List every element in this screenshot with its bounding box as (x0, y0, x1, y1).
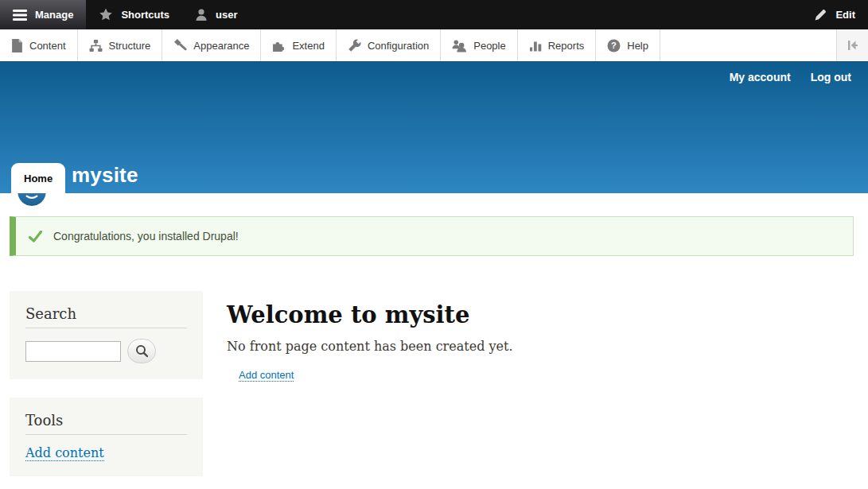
block-title-divider (25, 434, 187, 435)
search-block-title: Search (25, 305, 187, 322)
search-input[interactable] (25, 341, 121, 362)
tray-item-label: Structure (109, 40, 151, 52)
logout-link[interactable]: Log out (811, 71, 851, 83)
tray-item-label: Content (29, 40, 66, 52)
appearance-icon (173, 39, 187, 52)
search-submit-button[interactable] (127, 339, 156, 363)
toolbar-item-user[interactable]: user (182, 0, 250, 29)
toolbar-item-label: Shortcuts (121, 9, 169, 21)
toolbar-item-label: user (216, 9, 237, 21)
sidebar-first: Search Tools Ad (10, 291, 203, 489)
tray-item-content[interactable]: Content (0, 29, 78, 61)
toolbar-item-edit[interactable]: Edit (801, 0, 868, 29)
tray-item-label: Reports (548, 40, 585, 52)
tray-item-label: Extend (292, 40, 324, 52)
tools-block: Tools Add content (10, 398, 203, 476)
tray-orientation-toggle[interactable] (836, 29, 868, 61)
checkmark-icon (29, 231, 42, 243)
status-message: Congratulations, you installed Drupal! (10, 216, 854, 256)
tray-item-appearance[interactable]: Appearance (162, 29, 261, 61)
search-form (25, 339, 187, 363)
admin-toolbar: Manage Shortcuts user Edit (0, 0, 868, 29)
page-title: Welcome to mysite (227, 301, 513, 328)
extend-icon (272, 39, 286, 52)
tray-item-help[interactable]: ? Help (596, 29, 660, 61)
layout-columns: Search Tools Ad (0, 291, 868, 489)
tray-item-label: Appearance (193, 40, 249, 52)
empty-frontpage-text: No front page content has been created y… (227, 339, 513, 354)
search-icon (135, 344, 149, 358)
tray-item-people[interactable]: People (441, 29, 517, 61)
toolbar-item-label: Edit (835, 9, 855, 21)
configuration-icon (348, 39, 361, 52)
tray-spacer (660, 29, 836, 61)
block-title-divider (25, 328, 187, 328)
search-block: Search (10, 291, 203, 379)
primary-tabs: Home (11, 163, 65, 193)
my-account-link[interactable]: My account (730, 71, 791, 83)
toolbar-item-manage[interactable]: Manage (0, 0, 86, 29)
user-icon (195, 8, 208, 21)
tray-item-label: Help (627, 40, 648, 52)
star-icon (99, 8, 113, 21)
site-header: My account Log out mysite Home (0, 61, 868, 193)
reports-icon (529, 39, 542, 52)
tray-item-configuration[interactable]: Configuration (337, 29, 441, 61)
main-content: Welcome to mysite No front page content … (227, 291, 513, 382)
toolbar-collapse-icon (847, 40, 859, 51)
help-icon: ? (607, 39, 621, 52)
toolbar-item-shortcuts[interactable]: Shortcuts (86, 0, 182, 29)
add-content-link[interactable]: Add content (239, 369, 294, 382)
site-name[interactable]: mysite (72, 163, 138, 188)
tab-home[interactable]: Home (11, 163, 65, 193)
tray-item-extend[interactable]: Extend (261, 29, 336, 61)
tray-item-label: Configuration (368, 40, 429, 52)
admin-tray: Content Structure Appearance Extend (0, 29, 868, 61)
status-message-text: Congratulations, you installed Drupal! (53, 230, 239, 243)
tools-block-title: Tools (25, 412, 187, 429)
toolbar-item-label: Manage (35, 9, 73, 21)
people-icon (452, 39, 467, 52)
pencil-icon (814, 8, 827, 21)
tray-item-structure[interactable]: Structure (78, 29, 163, 61)
content-icon (11, 39, 23, 52)
tools-add-content-link[interactable]: Add content (25, 445, 104, 461)
content-region: Congratulations, you installed Drupal! S… (0, 216, 868, 489)
structure-icon (89, 39, 103, 52)
tray-item-label: People (473, 40, 505, 52)
toolbar-spacer (251, 0, 802, 29)
tray-item-reports[interactable]: Reports (518, 29, 597, 61)
svg-text:?: ? (611, 41, 617, 50)
drupal-admin-page: Manage Shortcuts user Edit (0, 0, 868, 489)
secondary-menu: My account Log out (730, 71, 851, 83)
hamburger-icon (13, 10, 27, 21)
